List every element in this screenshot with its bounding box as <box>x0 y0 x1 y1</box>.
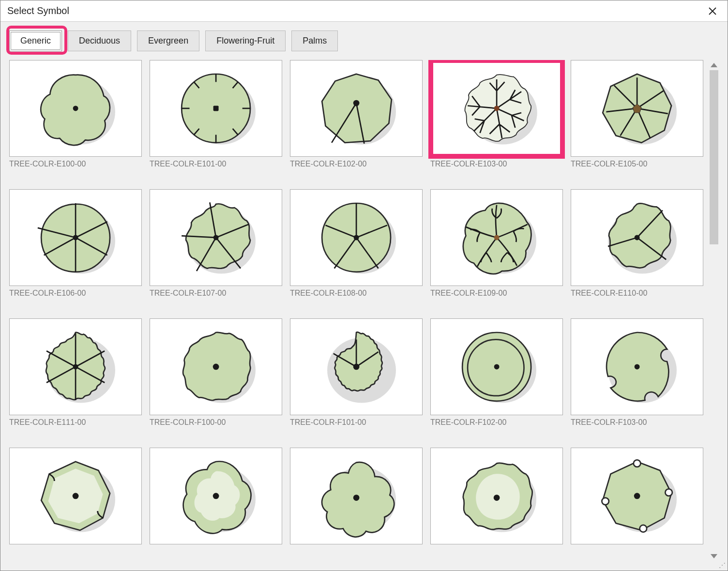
svg-point-89 <box>602 497 609 505</box>
svg-rect-12 <box>213 105 219 111</box>
symbol-thumbnail[interactable] <box>430 60 563 157</box>
symbol-label: TREE-COLR-F101-00 <box>290 418 423 427</box>
symbol-label: TREE-COLR-E107-00 <box>150 289 282 298</box>
scroll-down-icon[interactable] <box>711 554 717 558</box>
symbol-cell[interactable]: TREE-COLR-E105-00 <box>571 60 703 182</box>
symbol-thumbnail[interactable] <box>9 189 142 286</box>
symbol-thumbnail[interactable] <box>571 318 703 415</box>
titlebar: Select Symbol <box>0 0 728 22</box>
symbol-cell[interactable]: TREE-COLR-F100-00 <box>150 318 282 441</box>
symbol-cell[interactable]: TREE-COLR-E111-00 <box>9 318 142 441</box>
symbol-cell[interactable]: TREE-COLR-E100-00 <box>9 60 142 182</box>
symbol-cell[interactable] <box>430 448 563 561</box>
svg-point-30 <box>73 235 78 240</box>
close-icon <box>708 7 717 15</box>
symbol-cell[interactable]: TREE-COLR-E109-00 <box>430 189 563 312</box>
symbol-cell[interactable] <box>9 448 142 561</box>
close-button[interactable] <box>704 3 721 19</box>
symbol-label: TREE-COLR-E101-00 <box>150 160 282 168</box>
svg-point-62 <box>213 363 219 370</box>
svg-point-79 <box>213 493 219 499</box>
symbol-label: TREE-COLR-E110-00 <box>571 289 703 298</box>
symbol-label: TREE-COLR-E105-00 <box>571 160 703 168</box>
scroll-track[interactable] <box>710 70 718 554</box>
tab-evergreen[interactable]: Evergreen <box>137 30 199 51</box>
symbol-thumbnail[interactable] <box>430 189 563 286</box>
svg-point-60 <box>73 364 78 369</box>
svg-point-71 <box>494 364 500 369</box>
symbol-thumbnail[interactable] <box>571 60 703 157</box>
svg-point-73 <box>635 364 640 369</box>
svg-point-87 <box>665 489 672 496</box>
tab-flowering-fruit[interactable]: Flowering-Fruit <box>205 30 286 51</box>
symbol-thumbnail[interactable] <box>9 60 142 157</box>
symbol-label: TREE-COLR-E100-00 <box>9 160 142 168</box>
svg-point-67 <box>353 363 360 370</box>
svg-point-37 <box>213 235 219 240</box>
tab-palms[interactable]: Palms <box>291 30 338 51</box>
symbol-label: TREE-COLR-E106-00 <box>9 289 142 298</box>
symbol-thumbnail[interactable] <box>150 189 282 286</box>
svg-point-45 <box>354 235 359 240</box>
scrollbar[interactable] <box>709 60 719 561</box>
svg-point-81 <box>353 495 360 501</box>
symbol-thumbnail[interactable] <box>290 318 423 415</box>
symbol-grid: TREE-COLR-E100-00TREE-COLR-E101-00TREE-C… <box>9 60 709 561</box>
dialog-content: Generic Deciduous Evergreen Flowering-Fr… <box>0 22 728 571</box>
symbol-thumbnail[interactable] <box>290 189 423 286</box>
scroll-thumb[interactable] <box>710 70 718 244</box>
symbol-thumbnail[interactable] <box>150 318 282 415</box>
svg-point-17 <box>353 100 360 106</box>
symbol-cell[interactable]: TREE-COLR-E108-00 <box>290 189 423 312</box>
symbol-label: TREE-COLR-F100-00 <box>150 418 282 427</box>
symbol-label: TREE-COLR-F102-00 <box>430 418 563 427</box>
svg-point-1 <box>73 105 78 111</box>
svg-point-90 <box>634 493 640 499</box>
window-title: Select Symbol <box>7 5 69 16</box>
resize-grip-icon[interactable]: ⋰ <box>719 563 726 570</box>
tab-deciduous[interactable]: Deciduous <box>68 30 131 51</box>
symbol-cell[interactable]: TREE-COLR-E101-00 <box>150 60 282 182</box>
symbol-label: TREE-COLR-E108-00 <box>290 289 423 298</box>
symbol-cell[interactable]: TREE-COLR-F101-00 <box>290 318 423 441</box>
symbol-cell[interactable]: TREE-COLR-E106-00 <box>9 189 142 312</box>
svg-point-83 <box>494 495 500 501</box>
svg-point-86 <box>634 460 641 467</box>
symbol-label: TREE-COLR-E103-00 <box>430 160 563 168</box>
symbol-cell[interactable]: TREE-COLR-E110-00 <box>571 189 703 312</box>
svg-point-77 <box>73 493 79 499</box>
symbol-thumbnail[interactable] <box>571 448 703 544</box>
symbol-thumbnail[interactable] <box>9 318 142 415</box>
symbol-cell[interactable]: TREE-COLR-E102-00 <box>290 60 423 182</box>
symbol-thumbnail[interactable] <box>9 448 142 544</box>
symbol-cell[interactable] <box>150 448 282 561</box>
symbol-label: TREE-COLR-E111-00 <box>9 418 142 427</box>
symbol-cell[interactable]: TREE-COLR-E103-00 <box>430 60 563 182</box>
tab-generic[interactable]: Generic <box>9 30 62 51</box>
symbol-cell[interactable]: TREE-COLR-F102-00 <box>430 318 563 441</box>
svg-point-47 <box>494 235 500 240</box>
symbol-cell[interactable] <box>571 448 703 561</box>
svg-point-19 <box>494 105 500 111</box>
svg-point-88 <box>639 525 647 532</box>
symbol-label: TREE-COLR-F103-00 <box>571 418 703 427</box>
symbol-label: TREE-COLR-E109-00 <box>430 289 563 298</box>
symbol-cell[interactable]: TREE-COLR-E107-00 <box>150 189 282 312</box>
scroll-up-icon[interactable] <box>711 63 717 67</box>
symbol-thumbnail[interactable] <box>150 60 282 157</box>
symbol-cell[interactable] <box>290 448 423 561</box>
symbol-thumbnail[interactable] <box>430 318 563 415</box>
symbol-cell[interactable]: TREE-COLR-F103-00 <box>571 318 703 441</box>
symbol-thumbnail[interactable] <box>290 60 423 157</box>
symbol-thumbnail[interactable] <box>150 448 282 544</box>
svg-point-52 <box>635 235 640 240</box>
symbol-thumbnail[interactable] <box>290 448 423 544</box>
category-tabs: Generic Deciduous Evergreen Flowering-Fr… <box>9 30 719 51</box>
symbol-thumbnail[interactable] <box>430 448 563 544</box>
symbol-thumbnail[interactable] <box>571 189 703 286</box>
symbol-label: TREE-COLR-E102-00 <box>290 160 423 168</box>
